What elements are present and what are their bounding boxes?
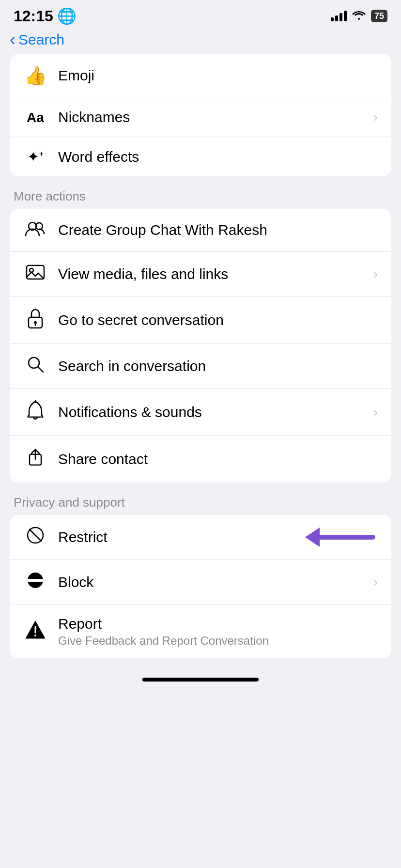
signal-bars	[331, 11, 347, 21]
battery-indicator: 75	[371, 10, 387, 22]
svg-point-19	[34, 635, 36, 636]
secret-conversation-label: Go to secret conversation	[58, 312, 378, 328]
list-item-notifications[interactable]: Notifications & sounds ›	[10, 389, 391, 436]
word-effects-label: Word effects	[58, 149, 378, 165]
share-contact-label: Share contact	[58, 451, 378, 467]
nicknames-chevron-icon: ›	[373, 109, 378, 125]
notifications-chevron-icon: ›	[373, 404, 378, 420]
warning-icon	[23, 620, 47, 643]
wifi-icon	[352, 9, 366, 23]
status-bar: 12:15 🌐 75	[0, 0, 401, 29]
list-item-view-media[interactable]: View media, files and links ›	[10, 252, 391, 297]
notifications-label: Notifications & sounds	[58, 404, 369, 420]
svg-line-12	[30, 529, 41, 541]
create-group-label: Create Group Chat With Rakesh	[58, 222, 378, 238]
list-item-create-group[interactable]: Create Group Chat With Rakesh	[10, 209, 391, 252]
privacy-support-card: Restrict Block ›	[10, 515, 391, 658]
view-media-label: View media, files and links	[58, 266, 369, 282]
home-bar	[142, 678, 259, 682]
list-item-nicknames[interactable]: Aa Nicknames ›	[10, 97, 391, 137]
list-item-share-contact[interactable]: Share contact	[10, 436, 391, 482]
report-subtitle: Give Feedback and Report Conversation	[58, 634, 378, 648]
search-conversation-label: Search in conversation	[58, 358, 378, 374]
list-item-restrict[interactable]: Restrict	[10, 515, 391, 560]
list-item-report[interactable]: Report Give Feedback and Report Conversa…	[10, 605, 391, 658]
globe-icon: 🌐	[57, 7, 77, 25]
list-item-secret-conversation[interactable]: Go to secret conversation	[10, 297, 391, 344]
search-icon	[23, 355, 47, 378]
privacy-support-label: Privacy and support	[0, 486, 401, 515]
svg-point-5	[34, 321, 37, 324]
view-media-chevron-icon: ›	[373, 266, 378, 282]
status-time: 12:15 🌐	[14, 7, 77, 25]
list-item-search-conversation[interactable]: Search in conversation	[10, 344, 391, 389]
svg-marker-14	[305, 527, 320, 547]
list-item-word-effects[interactable]: ✦+ Word effects	[10, 137, 391, 176]
list-item-block[interactable]: Block ›	[10, 560, 391, 605]
thumbs-up-emoji-icon: 👍	[23, 65, 47, 86]
aa-text-icon: Aa	[23, 108, 47, 126]
block-icon	[23, 571, 47, 594]
block-label: Block	[58, 574, 369, 590]
group-chat-icon	[23, 219, 47, 241]
back-label: Search	[18, 31, 64, 48]
share-icon	[23, 447, 47, 472]
emoji-label: Emoji	[58, 67, 378, 84]
media-icon	[23, 263, 47, 286]
nav-bar: ‹ Search	[0, 29, 401, 54]
list-item-emoji[interactable]: 👍 Emoji	[10, 54, 391, 97]
block-chevron-icon: ›	[373, 574, 378, 590]
report-label: Report	[58, 616, 378, 632]
restrict-icon	[23, 526, 47, 549]
more-actions-label: More actions	[0, 180, 401, 209]
home-indicator	[0, 668, 401, 696]
purple-arrow-annotation	[281, 523, 378, 552]
top-items-card: 👍 Emoji Aa Nicknames › ✦+ Word effects	[10, 54, 391, 176]
status-icons: 75	[331, 9, 387, 23]
more-actions-card: Create Group Chat With Rakesh View media…	[10, 209, 391, 482]
sparkle-icon: ✦+	[23, 148, 47, 166]
svg-line-8	[38, 367, 43, 372]
lock-icon	[23, 308, 47, 333]
bell-icon	[23, 400, 47, 425]
back-button[interactable]: ‹ Search	[10, 31, 64, 48]
back-chevron-icon: ‹	[10, 31, 15, 48]
svg-rect-16	[28, 579, 43, 582]
nicknames-label: Nicknames	[58, 109, 369, 125]
